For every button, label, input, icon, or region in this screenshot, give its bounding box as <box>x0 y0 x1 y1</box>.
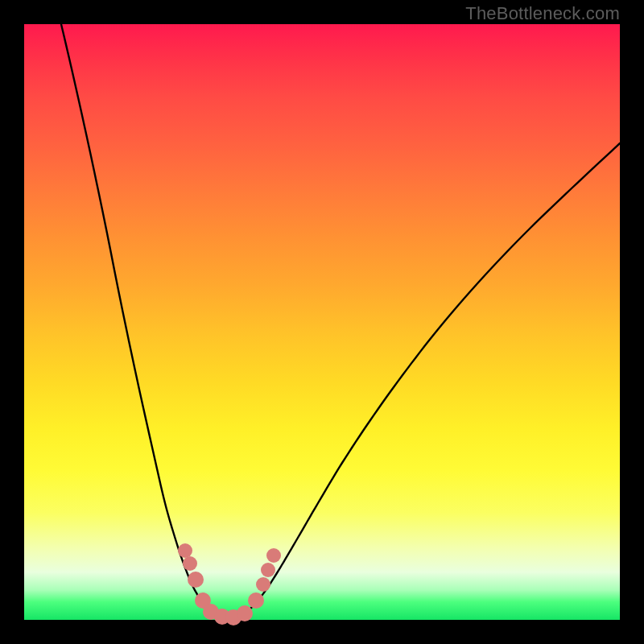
data-marker <box>237 605 253 621</box>
data-marker <box>248 592 264 609</box>
marker-group <box>178 543 281 625</box>
data-marker <box>178 543 192 558</box>
watermark-text: TheBottleneck.com <box>465 3 620 24</box>
curve-svg <box>24 24 620 620</box>
bottleneck-curve <box>61 24 620 617</box>
chart-frame: TheBottleneck.com <box>0 0 644 644</box>
data-marker <box>188 572 204 588</box>
plot-area <box>24 24 620 620</box>
data-marker <box>261 563 275 577</box>
data-marker <box>183 556 197 571</box>
data-marker <box>266 548 281 563</box>
data-marker <box>256 577 270 592</box>
